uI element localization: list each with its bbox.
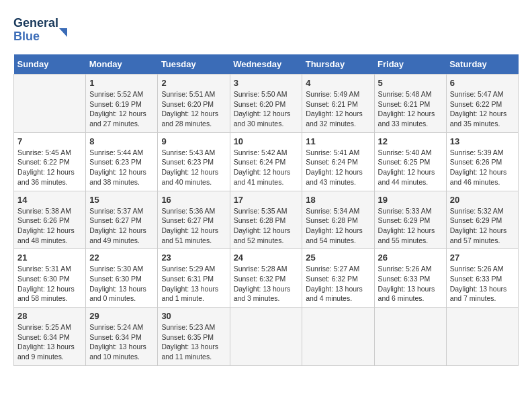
day-number: 9 — [161, 136, 226, 146]
day-number: 11 — [306, 136, 370, 146]
header-row: SundayMondayTuesdayWednesdayThursdayFrid… — [14, 54, 519, 75]
calendar-cell: 15Sunrise: 5:37 AM Sunset: 6:27 PM Dayli… — [86, 191, 158, 249]
calendar-cell: 23Sunrise: 5:29 AM Sunset: 6:31 PM Dayli… — [158, 249, 230, 308]
logo-svg: GeneralBlue — [13, 13, 74, 44]
calendar-cell: 24Sunrise: 5:28 AM Sunset: 6:32 PM Dayli… — [230, 249, 302, 308]
day-header-monday: Monday — [86, 54, 158, 75]
calendar-cell: 9Sunrise: 5:43 AM Sunset: 6:23 PM Daylig… — [158, 132, 230, 191]
day-info: Sunrise: 5:34 AM Sunset: 6:28 PM Dayligh… — [306, 206, 370, 246]
day-header-sunday: Sunday — [14, 54, 86, 75]
day-header-saturday: Saturday — [446, 54, 518, 75]
calendar-cell: 22Sunrise: 5:30 AM Sunset: 6:30 PM Dayli… — [86, 249, 158, 308]
day-number: 23 — [161, 253, 226, 263]
day-number: 3 — [234, 78, 299, 88]
calendar-cell: 18Sunrise: 5:34 AM Sunset: 6:28 PM Dayli… — [302, 191, 374, 249]
calendar-cell: 1Sunrise: 5:52 AM Sunset: 6:19 PM Daylig… — [86, 75, 158, 133]
day-number: 24 — [234, 253, 299, 263]
day-info: Sunrise: 5:52 AM Sunset: 6:19 PM Dayligh… — [89, 89, 154, 129]
day-info: Sunrise: 5:43 AM Sunset: 6:23 PM Dayligh… — [161, 148, 226, 187]
day-number: 2 — [161, 78, 226, 88]
calendar-cell — [230, 308, 302, 366]
day-number: 22 — [89, 253, 154, 263]
logo: GeneralBlue — [13, 13, 74, 44]
calendar-cell — [374, 308, 446, 366]
calendar-cell: 25Sunrise: 5:27 AM Sunset: 6:32 PM Dayli… — [302, 249, 374, 308]
day-info: Sunrise: 5:41 AM Sunset: 6:24 PM Dayligh… — [306, 148, 370, 187]
day-number: 18 — [306, 195, 370, 205]
calendar-cell: 5Sunrise: 5:48 AM Sunset: 6:21 PM Daylig… — [374, 75, 446, 133]
day-number: 29 — [89, 311, 154, 321]
calendar-cell: 13Sunrise: 5:39 AM Sunset: 6:26 PM Dayli… — [446, 132, 518, 191]
calendar-cell: 14Sunrise: 5:38 AM Sunset: 6:26 PM Dayli… — [14, 191, 86, 249]
day-number: 1 — [89, 78, 154, 88]
day-info: Sunrise: 5:51 AM Sunset: 6:20 PM Dayligh… — [161, 89, 226, 129]
day-info: Sunrise: 5:25 AM Sunset: 6:34 PM Dayligh… — [17, 322, 82, 362]
day-number: 13 — [450, 136, 515, 146]
day-number: 19 — [378, 195, 443, 205]
calendar-cell: 30Sunrise: 5:23 AM Sunset: 6:35 PM Dayli… — [158, 308, 230, 366]
day-number: 27 — [450, 253, 515, 263]
day-info: Sunrise: 5:27 AM Sunset: 6:32 PM Dayligh… — [306, 264, 370, 304]
day-number: 12 — [378, 136, 443, 146]
day-info: Sunrise: 5:33 AM Sunset: 6:29 PM Dayligh… — [378, 206, 443, 246]
calendar-cell: 4Sunrise: 5:49 AM Sunset: 6:21 PM Daylig… — [302, 75, 374, 133]
calendar-cell: 17Sunrise: 5:35 AM Sunset: 6:28 PM Dayli… — [230, 191, 302, 249]
day-info: Sunrise: 5:30 AM Sunset: 6:30 PM Dayligh… — [89, 264, 154, 304]
calendar-cell: 27Sunrise: 5:26 AM Sunset: 6:33 PM Dayli… — [446, 249, 518, 308]
week-row-5: 28Sunrise: 5:25 AM Sunset: 6:34 PM Dayli… — [14, 308, 519, 366]
calendar-cell: 12Sunrise: 5:40 AM Sunset: 6:25 PM Dayli… — [374, 132, 446, 191]
calendar-cell: 7Sunrise: 5:45 AM Sunset: 6:22 PM Daylig… — [14, 132, 86, 191]
page-header: GeneralBlue — [13, 13, 519, 44]
calendar-cell: 10Sunrise: 5:42 AM Sunset: 6:24 PM Dayli… — [230, 132, 302, 191]
day-info: Sunrise: 5:50 AM Sunset: 6:20 PM Dayligh… — [234, 89, 299, 129]
calendar-cell: 28Sunrise: 5:25 AM Sunset: 6:34 PM Dayli… — [14, 308, 86, 366]
day-info: Sunrise: 5:48 AM Sunset: 6:21 PM Dayligh… — [378, 89, 443, 129]
day-info: Sunrise: 5:39 AM Sunset: 6:26 PM Dayligh… — [450, 148, 515, 187]
calendar-cell: 19Sunrise: 5:33 AM Sunset: 6:29 PM Dayli… — [374, 191, 446, 249]
calendar-cell: 6Sunrise: 5:47 AM Sunset: 6:22 PM Daylig… — [446, 75, 518, 133]
day-info: Sunrise: 5:23 AM Sunset: 6:35 PM Dayligh… — [161, 322, 226, 362]
calendar-table: SundayMondayTuesdayWednesdayThursdayFrid… — [13, 54, 519, 366]
calendar-cell: 2Sunrise: 5:51 AM Sunset: 6:20 PM Daylig… — [158, 75, 230, 133]
day-info: Sunrise: 5:44 AM Sunset: 6:23 PM Dayligh… — [89, 148, 154, 187]
week-row-2: 7Sunrise: 5:45 AM Sunset: 6:22 PM Daylig… — [14, 132, 519, 191]
day-info: Sunrise: 5:24 AM Sunset: 6:34 PM Dayligh… — [89, 322, 154, 362]
calendar-cell: 3Sunrise: 5:50 AM Sunset: 6:20 PM Daylig… — [230, 75, 302, 133]
day-info: Sunrise: 5:29 AM Sunset: 6:31 PM Dayligh… — [161, 264, 226, 304]
day-info: Sunrise: 5:45 AM Sunset: 6:22 PM Dayligh… — [17, 148, 82, 187]
day-number: 5 — [378, 78, 443, 88]
svg-text:General: General — [13, 16, 58, 30]
day-number: 8 — [89, 136, 154, 146]
calendar-cell: 20Sunrise: 5:32 AM Sunset: 6:29 PM Dayli… — [446, 191, 518, 249]
day-info: Sunrise: 5:47 AM Sunset: 6:22 PM Dayligh… — [450, 89, 515, 129]
day-number: 10 — [234, 136, 299, 146]
day-info: Sunrise: 5:37 AM Sunset: 6:27 PM Dayligh… — [89, 206, 154, 246]
day-number: 26 — [378, 253, 443, 263]
day-number: 7 — [17, 136, 82, 146]
day-info: Sunrise: 5:26 AM Sunset: 6:33 PM Dayligh… — [378, 264, 443, 304]
day-number: 21 — [17, 253, 82, 263]
day-number: 28 — [17, 311, 82, 321]
day-number: 6 — [450, 78, 515, 88]
day-header-wednesday: Wednesday — [230, 54, 302, 75]
day-header-tuesday: Tuesday — [158, 54, 230, 75]
day-info: Sunrise: 5:35 AM Sunset: 6:28 PM Dayligh… — [234, 206, 299, 246]
day-number: 25 — [306, 253, 370, 263]
day-info: Sunrise: 5:49 AM Sunset: 6:21 PM Dayligh… — [306, 89, 370, 129]
day-info: Sunrise: 5:36 AM Sunset: 6:27 PM Dayligh… — [161, 206, 226, 246]
calendar-cell — [302, 308, 374, 366]
calendar-cell: 11Sunrise: 5:41 AM Sunset: 6:24 PM Dayli… — [302, 132, 374, 191]
day-info: Sunrise: 5:28 AM Sunset: 6:32 PM Dayligh… — [234, 264, 299, 304]
day-header-friday: Friday — [374, 54, 446, 75]
week-row-3: 14Sunrise: 5:38 AM Sunset: 6:26 PM Dayli… — [14, 191, 519, 249]
day-number: 4 — [306, 78, 370, 88]
calendar-cell — [446, 308, 518, 366]
calendar-cell — [14, 75, 86, 133]
day-info: Sunrise: 5:32 AM Sunset: 6:29 PM Dayligh… — [450, 206, 515, 246]
day-info: Sunrise: 5:26 AM Sunset: 6:33 PM Dayligh… — [450, 264, 515, 304]
day-header-thursday: Thursday — [302, 54, 374, 75]
calendar-cell: 26Sunrise: 5:26 AM Sunset: 6:33 PM Dayli… — [374, 249, 446, 308]
day-number: 30 — [161, 311, 226, 321]
calendar-cell: 21Sunrise: 5:31 AM Sunset: 6:30 PM Dayli… — [14, 249, 86, 308]
calendar-cell: 8Sunrise: 5:44 AM Sunset: 6:23 PM Daylig… — [86, 132, 158, 191]
